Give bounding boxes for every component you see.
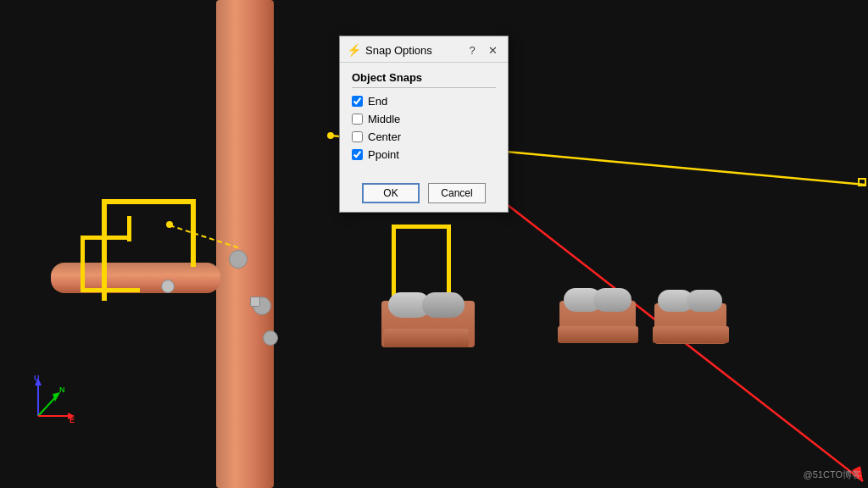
svg-text:N: N (59, 385, 65, 394)
pump-right-motor-2 (593, 288, 632, 312)
dialog-title-controls: ? ✕ (464, 42, 501, 58)
checkbox-center-input[interactable] (352, 131, 363, 142)
pipe-detail-4 (161, 280, 175, 293)
checkbox-center[interactable]: Center (352, 130, 496, 143)
checkbox-middle[interactable]: Middle (352, 113, 496, 125)
svg-point-1 (327, 132, 334, 139)
pipe-detail-3 (263, 330, 278, 346)
yellow-pipe-h1 (102, 199, 195, 204)
pump-far-right-motor-2 (687, 290, 722, 312)
pump-motor-center-2 (422, 292, 465, 318)
svg-text:E: E (70, 416, 75, 424)
pipe-detail-1 (229, 250, 248, 269)
yellow-pipe-h2 (81, 288, 140, 292)
section-title: Object Snaps (352, 71, 496, 88)
yellow-pipe-v3 (81, 236, 85, 291)
yellow-bracket-c-v (392, 225, 396, 301)
snap-options-dialog[interactable]: ⚡ Snap Options ? ✕ Object Snaps End Midd… (339, 36, 509, 213)
checkbox-middle-input[interactable] (352, 114, 363, 125)
ok-button[interactable]: OK (362, 183, 420, 203)
pump-base-center (384, 329, 469, 347)
svg-rect-2 (859, 179, 865, 186)
yellow-endpoint-left (166, 221, 173, 228)
dialog-icon: ⚡ (347, 43, 361, 57)
checkbox-ppoint-label: Ppoint (368, 148, 399, 161)
dialog-close-button[interactable]: ✕ (484, 42, 501, 58)
yellow-bracket-c-h (392, 225, 447, 229)
axis-indicator: U N E (25, 374, 76, 424)
dialog-help-button[interactable]: ? (464, 42, 481, 58)
yellow-pipe-v4 (127, 216, 131, 241)
cancel-button[interactable]: Cancel (428, 183, 486, 203)
dialog-content: Object Snaps End Middle Center Ppoint (340, 63, 508, 173)
yellow-pipe-h3 (81, 236, 127, 240)
checkbox-end-label: End (368, 95, 387, 108)
dialog-title: Snap Options (365, 44, 464, 57)
watermark: @51CTO博客 (804, 469, 861, 481)
pump-far-right-base (653, 326, 729, 343)
pump-right-base-1 (558, 326, 638, 343)
checkbox-ppoint[interactable]: Ppoint (352, 148, 496, 161)
dialog-titlebar[interactable]: ⚡ Snap Options ? ✕ (340, 36, 508, 63)
svg-text:U: U (34, 374, 40, 382)
yellow-pipe-v1 (102, 199, 107, 301)
checkbox-center-label: Center (368, 130, 401, 143)
yellow-bracket-c-v2 (447, 225, 451, 301)
dialog-buttons: OK Cancel (340, 176, 508, 212)
checkbox-end[interactable]: End (352, 95, 496, 108)
checkbox-ppoint-input[interactable] (352, 149, 363, 160)
checkbox-middle-label: Middle (368, 113, 400, 125)
checkbox-end-input[interactable] (352, 96, 363, 107)
pipe-detail-5 (250, 297, 260, 307)
